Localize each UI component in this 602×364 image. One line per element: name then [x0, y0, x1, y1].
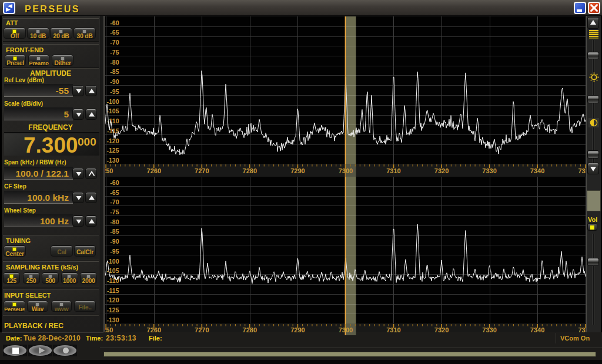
svg-text:7290: 7290 — [290, 167, 305, 174]
svg-text:7330: 7330 — [482, 167, 496, 174]
svg-text:7320: 7320 — [434, 167, 449, 174]
svg-text:-125: -125 — [106, 147, 119, 154]
svg-text:-80: -80 — [110, 218, 119, 225]
svg-text:-60: -60 — [110, 179, 119, 186]
svg-text:7290: 7290 — [290, 326, 305, 333]
svg-text:-90: -90 — [110, 238, 119, 245]
svg-text:7310: 7310 — [386, 167, 400, 174]
svg-text:-130: -130 — [106, 157, 119, 164]
svg-text:-85: -85 — [110, 228, 119, 235]
svg-text:7250: 7250 — [105, 326, 113, 333]
svg-text:-120: -120 — [106, 137, 119, 144]
svg-text:7340: 7340 — [530, 326, 544, 333]
svg-text:7340: 7340 — [530, 167, 544, 174]
svg-text:-115: -115 — [107, 287, 119, 294]
svg-text:-120: -120 — [106, 296, 119, 304]
svg-text:-100: -100 — [106, 98, 119, 105]
svg-text:7350: 7350 — [578, 326, 586, 333]
svg-text:-110: -110 — [107, 117, 119, 124]
svg-text:-65: -65 — [110, 29, 119, 36]
svg-text:7280: 7280 — [243, 326, 257, 333]
svg-text:-100: -100 — [106, 258, 119, 265]
svg-text:7260: 7260 — [147, 167, 161, 174]
svg-text:-75: -75 — [110, 208, 119, 215]
svg-text:-95: -95 — [110, 248, 119, 255]
svg-text:-125: -125 — [106, 306, 119, 314]
svg-text:-75: -75 — [110, 49, 119, 56]
svg-text:7270: 7270 — [195, 326, 209, 333]
svg-text:-95: -95 — [110, 88, 119, 95]
svg-text:7350: 7350 — [578, 167, 586, 174]
svg-text:-70: -70 — [110, 198, 119, 205]
svg-text:7270: 7270 — [195, 167, 209, 174]
svg-text:-85: -85 — [110, 68, 119, 75]
svg-text:-65: -65 — [110, 189, 119, 196]
svg-text:7260: 7260 — [147, 326, 161, 333]
svg-text:7320: 7320 — [434, 326, 449, 333]
svg-text:7300: 7300 — [339, 167, 353, 174]
svg-text:-130: -130 — [106, 316, 119, 323]
svg-text:7280: 7280 — [243, 167, 257, 174]
svg-text:-60: -60 — [110, 19, 119, 26]
svg-text:7250: 7250 — [105, 167, 113, 174]
svg-text:-80: -80 — [110, 59, 119, 66]
svg-text:-70: -70 — [110, 39, 119, 46]
svg-text:7310: 7310 — [386, 326, 400, 333]
svg-text:7300: 7300 — [339, 326, 353, 333]
svg-text:-90: -90 — [110, 78, 119, 85]
svg-text:-105: -105 — [106, 107, 119, 114]
svg-text:7330: 7330 — [482, 326, 496, 333]
